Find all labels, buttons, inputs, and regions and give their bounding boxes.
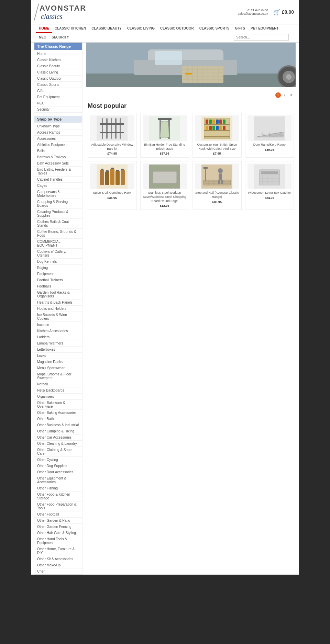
- product-letter-box[interactable]: Widescreen Letter Box Catcher £24.95: [245, 161, 294, 210]
- sidebar-barrows[interactable]: Barrows & Trolleys: [34, 154, 82, 160]
- sidebar-clothes-rails[interactable]: Clothes Rails & Coat Stands: [34, 219, 82, 229]
- sidebar-commercial[interactable]: COMMERCIAL EQUIPMENT: [34, 239, 82, 249]
- sidebar-hair-care[interactable]: Other Hair Care & Styling: [34, 530, 82, 536]
- page-1[interactable]: 1: [275, 92, 281, 98]
- sidebar-food-prep[interactable]: Other Food Preparation & Tools: [34, 501, 82, 511]
- sidebar-dog-supplies[interactable]: Other Dog Supplies: [34, 463, 82, 469]
- sidebar-cleaning-laundry[interactable]: Other Cleaning & Laundry: [34, 441, 82, 447]
- sidebar-cher[interactable]: Cher: [34, 568, 82, 575]
- sidebar-home[interactable]: Home: [34, 51, 82, 57]
- svg-rect-67: [116, 170, 119, 171]
- sidebar-camping[interactable]: Other Camping & Hiking: [34, 428, 82, 434]
- sidebar-organisers[interactable]: Organisers: [34, 394, 82, 400]
- sidebar-athletics[interactable]: Athletics Equipment: [34, 142, 82, 148]
- sidebar-pet-equipment[interactable]: Pet Equipment: [34, 94, 82, 100]
- sidebar-food-kitchen[interactable]: Other Food & Kitchen Storage: [34, 492, 82, 501]
- sidebar-accessories[interactable]: Accessories: [34, 136, 82, 142]
- sidebar-classic-outdoor[interactable]: Classic Outdoor: [34, 76, 82, 82]
- sidebar-equipment[interactable]: Equipment: [34, 271, 82, 277]
- nav-classic-living[interactable]: CLASSIC LIVING: [124, 24, 157, 33]
- sidebar-garden-racks[interactable]: Garden Tool Racks & Organisers: [34, 290, 82, 300]
- search-input[interactable]: [234, 34, 289, 41]
- nav-classic-outdoor[interactable]: CLASSIC OUTDOOR: [157, 24, 197, 33]
- sidebar-classic-beauty[interactable]: Classic Beauty: [34, 63, 82, 69]
- sidebar-edging[interactable]: Edging: [34, 265, 82, 271]
- sidebar-garden-fencing[interactable]: Other Garden Fencing: [34, 524, 82, 530]
- email-link[interactable]: sales@avonstar.co.uk: [238, 12, 268, 15]
- product-step-rail[interactable]: Step and Rail (Avonstar Classic Range) £…: [192, 161, 242, 210]
- page-2[interactable]: 2: [282, 92, 287, 98]
- sidebar-chopping[interactable]: Chopping & Serving Boards: [34, 199, 82, 209]
- sidebar-bath-sets[interactable]: Bath Accessory Sets: [34, 160, 82, 167]
- sidebar-baking[interactable]: Other Baking Accessories: [34, 410, 82, 416]
- sidebar-football-trainers[interactable]: Football Trainers: [34, 277, 82, 283]
- page-3[interactable]: 3: [288, 92, 294, 98]
- sidebar-home-furniture[interactable]: Other Home, Furniture & DIY: [34, 546, 82, 556]
- hero-banner-svg: [86, 43, 296, 87]
- sidebar-cycling[interactable]: Other Cycling: [34, 457, 82, 463]
- sidebar-door-accessories[interactable]: Other Door Accessories: [34, 469, 82, 475]
- sidebar-dog-kennels[interactable]: Dog Kennels: [34, 259, 82, 265]
- sidebar-access-ramps[interactable]: Access Ramps: [34, 129, 82, 136]
- sidebar-mens-sportswear[interactable]: Men's Sportswear: [34, 365, 82, 371]
- product-bin-holder[interactable]: Bin Bag Holder Free Standing British Mad…: [140, 113, 189, 158]
- sidebar-netball[interactable]: Netball: [34, 381, 82, 387]
- sidebar-unknown-type[interactable]: Unknown Type: [34, 123, 82, 129]
- product-worktop[interactable]: Stainless Steel Worktop Saver/Stainless …: [140, 161, 189, 210]
- sidebar-locks[interactable]: Locks: [34, 353, 82, 359]
- sidebar-cleaning[interactable]: Cleaning Products & Supplies: [34, 209, 82, 219]
- sidebar-hearths[interactable]: Hearths & Back Panels: [34, 300, 82, 306]
- sidebar-kit-accessories[interactable]: Other Kit & Accessories: [34, 556, 82, 562]
- nav-classic-sports[interactable]: CLASSIC SPORTS: [197, 24, 232, 33]
- product-img-door-ramp: [248, 115, 292, 141]
- sidebar-car[interactable]: Other Car Accessories: [34, 434, 82, 441]
- nav-nec[interactable]: NEC: [36, 34, 49, 41]
- nav-home[interactable]: HOME: [36, 24, 52, 33]
- sidebar-kitchen-accessories[interactable]: Kitchen Accessories: [34, 328, 82, 334]
- nav-classic-beauty[interactable]: CLASSIC BEAUTY: [89, 24, 124, 33]
- sidebar-gifts[interactable]: Gifts: [34, 88, 82, 94]
- logo[interactable]: AVONSTAR classics: [40, 4, 86, 21]
- product-spice-oil[interactable]: Spice & Oil Combined Rack £35.95: [88, 161, 137, 210]
- sidebar-mops[interactable]: Mops, Brooms & Floor Sweepers: [34, 371, 82, 381]
- sidebar-coffee[interactable]: Coffee Beans, Grounds & Pods: [34, 229, 82, 239]
- cart-area[interactable]: 🛒 £0.00: [273, 9, 294, 15]
- sidebar-balls[interactable]: Balls: [34, 148, 82, 154]
- sidebar-business[interactable]: Other Business & Industrial: [34, 422, 82, 428]
- sidebar-classic-sports[interactable]: Classic Sports: [34, 82, 82, 88]
- sidebar-makeup[interactable]: Other Make-Up: [34, 562, 82, 568]
- sidebar-garden-patio[interactable]: Other Garden & Patio: [34, 518, 82, 524]
- sidebar-equipment-accessories[interactable]: Other Equipment & Accessories: [34, 475, 82, 485]
- sidebar-bird-baths[interactable]: Bird Baths, Feeders & Tables: [34, 167, 82, 177]
- nav-security[interactable]: SECURITY: [49, 34, 72, 41]
- nav-gifts[interactable]: GIFTS: [232, 24, 248, 33]
- sidebar-cages[interactable]: Cages: [34, 183, 82, 189]
- sidebar-security[interactable]: Security: [34, 106, 82, 113]
- sidebar-ladders[interactable]: Ladders: [34, 334, 82, 340]
- sidebar-other-football[interactable]: Other Football: [34, 511, 82, 518]
- sidebar-classic-kitchen[interactable]: Classic Kitchen: [34, 57, 82, 63]
- sidebar-bakeware[interactable]: Other Bakeware & Ovenware: [34, 400, 82, 410]
- sidebar-magazine-racks[interactable]: Magazine Racks: [34, 359, 82, 365]
- product-spice-rack[interactable]: Customize Your British Spice Rack With C…: [192, 113, 242, 158]
- sidebar-cookware[interactable]: Cookware/ Cutlery/ Utensils: [34, 249, 82, 259]
- sidebar-classic-living[interactable]: Classic Living: [34, 69, 82, 76]
- nav-classic-kitchen[interactable]: CLASSIC KITCHEN: [52, 24, 89, 33]
- sidebar-clothing[interactable]: Other Clothing & Shoe Care: [34, 447, 82, 457]
- sidebar-nec[interactable]: NEC: [34, 100, 82, 106]
- product-door-ramp[interactable]: Door Ramp/Kerb Ramp £39.95: [245, 113, 294, 158]
- sidebar-cabinet-handles[interactable]: Cabinet Handles: [34, 177, 82, 183]
- sidebar-ice-buckets[interactable]: Ice Buckets & Wine Coolers: [34, 312, 82, 322]
- sidebar-fishing[interactable]: Other Fishing: [34, 485, 82, 492]
- sidebar-other-bath[interactable]: Other Bath: [34, 416, 82, 422]
- sidebar-lamps[interactable]: Lamps/ Warmers: [34, 340, 82, 347]
- nav-pet-equipment[interactable]: PET EQUIPMENT: [248, 24, 282, 33]
- sidebar-nets[interactable]: Nets/ Backboards: [34, 387, 82, 394]
- sidebar-footballs[interactable]: Footballs: [34, 283, 82, 290]
- sidebar-incense[interactable]: Incense: [34, 322, 82, 328]
- sidebar-campervans[interactable]: Campervans & Motorhomes: [34, 189, 82, 199]
- sidebar-hooks[interactable]: Hooks and Holders: [34, 306, 82, 312]
- sidebar-letterboxes[interactable]: Letterboxes: [34, 347, 82, 353]
- product-window-bars[interactable]: Adjustable Decorative Window Bars kit £7…: [88, 113, 137, 158]
- sidebar-hand-tools[interactable]: Other Hand Tools & Equipment: [34, 536, 82, 546]
